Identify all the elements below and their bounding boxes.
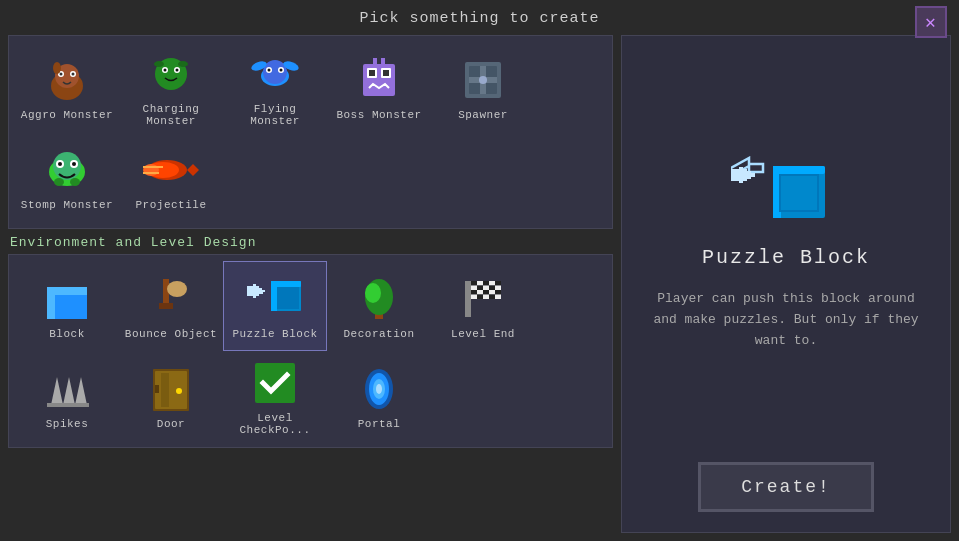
item-label-decoration: Decoration xyxy=(343,328,414,340)
svg-point-13 xyxy=(178,61,188,67)
svg-rect-52 xyxy=(159,303,173,309)
svg-rect-63 xyxy=(277,287,299,309)
item-label-aggro-monster: Aggro Monster xyxy=(21,109,113,121)
svg-rect-110 xyxy=(751,173,755,177)
item-label-spawner: Spawner xyxy=(458,109,508,121)
svg-point-41 xyxy=(70,178,80,186)
item-icon-bounce-object xyxy=(139,272,203,326)
item-aggro-monster[interactable]: Aggro Monster xyxy=(15,42,119,132)
svg-rect-28 xyxy=(381,58,385,66)
svg-rect-57 xyxy=(256,286,259,296)
svg-marker-90 xyxy=(63,377,75,405)
svg-rect-95 xyxy=(161,373,169,407)
main-container: Aggro Monster Charging Monster Flying Mo… xyxy=(0,35,959,541)
svg-rect-62 xyxy=(271,281,277,311)
item-icon-portal xyxy=(347,362,411,416)
item-flying-monster[interactable]: Flying Monster xyxy=(223,42,327,132)
svg-rect-115 xyxy=(781,176,817,210)
svg-point-102 xyxy=(376,384,382,394)
svg-rect-107 xyxy=(739,167,743,183)
environment-section: Block Bounce Object Puzzle Block Decorat… xyxy=(8,254,613,448)
svg-rect-72 xyxy=(489,281,495,286)
close-icon: ✕ xyxy=(925,11,937,33)
svg-rect-81 xyxy=(483,290,489,295)
svg-rect-92 xyxy=(47,403,89,407)
svg-rect-58 xyxy=(259,288,262,294)
svg-rect-46 xyxy=(143,166,163,168)
svg-rect-85 xyxy=(477,295,483,300)
dialog-title: Pick something to create xyxy=(359,10,599,27)
preview-area: Puzzle Block Player can push this block … xyxy=(646,66,926,442)
svg-rect-70 xyxy=(477,281,483,286)
item-label-level-end: Level End xyxy=(451,328,515,340)
item-label-level-checkpoint: Level CheckPo... xyxy=(228,412,322,436)
svg-rect-78 xyxy=(495,286,501,291)
svg-rect-77 xyxy=(489,286,495,291)
item-icon-stomp-monster xyxy=(35,143,99,197)
item-boss-monster[interactable]: Boss Monster xyxy=(327,42,431,132)
item-label-bounce-object: Bounce Object xyxy=(125,328,217,340)
svg-point-33 xyxy=(479,76,487,84)
svg-rect-106 xyxy=(731,169,739,181)
svg-point-11 xyxy=(176,69,179,72)
item-icon-flying-monster xyxy=(243,47,307,101)
item-spawner[interactable]: Spawner xyxy=(431,42,535,132)
item-label-door: Door xyxy=(157,418,185,430)
item-block[interactable]: Block xyxy=(15,261,119,351)
svg-rect-80 xyxy=(477,290,483,295)
item-label-stomp-monster: Stomp Monster xyxy=(21,199,113,211)
svg-rect-109 xyxy=(747,171,751,179)
close-button[interactable]: ✕ xyxy=(915,6,947,38)
svg-rect-82 xyxy=(489,290,495,295)
item-label-boss-monster: Boss Monster xyxy=(336,109,421,121)
environment-section-label: Environment and Level Design xyxy=(8,229,613,254)
svg-rect-50 xyxy=(47,287,55,319)
item-door[interactable]: Door xyxy=(119,351,223,441)
item-label-spikes: Spikes xyxy=(46,418,89,430)
item-level-checkpoint[interactable]: Level CheckPo... xyxy=(223,351,327,441)
svg-rect-27 xyxy=(373,58,377,66)
item-icon-charging-monster xyxy=(139,47,203,101)
preview-icon xyxy=(731,156,841,226)
svg-point-66 xyxy=(365,283,381,303)
svg-rect-56 xyxy=(253,284,256,298)
item-spikes[interactable]: Spikes xyxy=(15,351,119,441)
item-portal[interactable]: Portal xyxy=(327,351,431,441)
svg-rect-87 xyxy=(489,295,495,300)
svg-point-38 xyxy=(58,162,62,166)
svg-point-19 xyxy=(280,69,283,72)
item-stomp-monster[interactable]: Stomp Monster xyxy=(15,132,119,222)
item-decoration[interactable]: Decoration xyxy=(327,261,431,351)
item-level-end[interactable]: Level End xyxy=(431,261,535,351)
svg-rect-71 xyxy=(483,281,489,286)
svg-rect-76 xyxy=(483,286,489,291)
svg-point-53 xyxy=(167,281,187,297)
svg-point-10 xyxy=(164,69,167,72)
item-icon-door xyxy=(139,362,203,416)
item-projectile[interactable]: Projectile xyxy=(119,132,223,222)
item-icon-level-end xyxy=(451,272,515,326)
title-bar: Pick something to create ✕ xyxy=(0,0,959,35)
svg-rect-83 xyxy=(495,290,501,295)
item-icon-block xyxy=(35,272,99,326)
svg-point-6 xyxy=(53,62,61,74)
svg-marker-91 xyxy=(75,377,87,405)
svg-point-40 xyxy=(54,178,64,186)
svg-rect-84 xyxy=(471,295,477,300)
item-icon-level-checkpoint xyxy=(243,356,307,410)
svg-rect-73 xyxy=(495,281,501,286)
svg-rect-86 xyxy=(483,295,489,300)
item-puzzle-block[interactable]: Puzzle Block xyxy=(223,261,327,351)
monsters-section: Aggro Monster Charging Monster Flying Mo… xyxy=(8,35,613,229)
preview-description: Player can push this block around and ma… xyxy=(646,289,926,351)
item-charging-monster[interactable]: Charging Monster xyxy=(119,42,223,132)
svg-rect-25 xyxy=(369,70,375,76)
item-label-puzzle-block: Puzzle Block xyxy=(232,328,317,340)
item-bounce-object[interactable]: Bounce Object xyxy=(119,261,223,351)
svg-point-39 xyxy=(72,162,76,166)
svg-point-18 xyxy=(268,69,271,72)
item-icon-spawner xyxy=(451,53,515,107)
svg-marker-44 xyxy=(187,164,199,176)
svg-rect-59 xyxy=(262,290,265,292)
create-button[interactable]: Create! xyxy=(698,462,874,512)
